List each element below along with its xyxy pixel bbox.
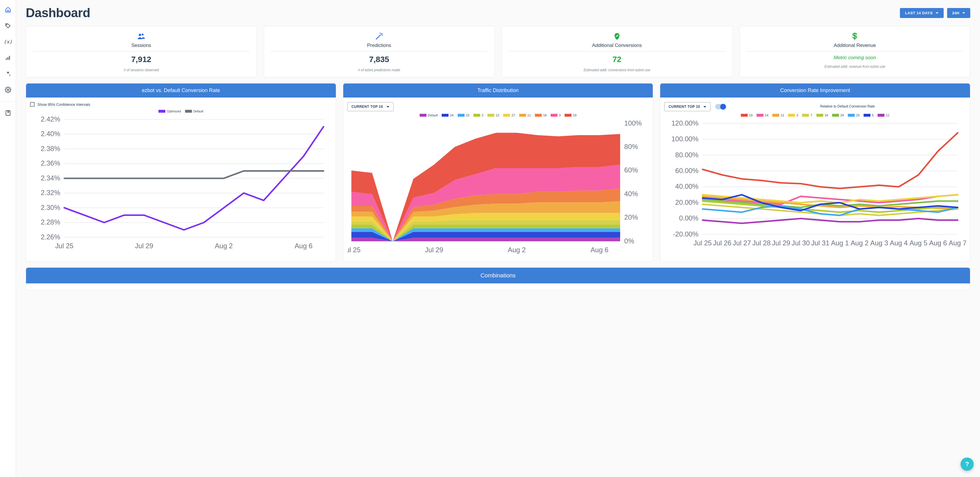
svg-text:Jul 26: Jul 26 [713,239,732,247]
variable-icon: (x) [3,39,12,45]
legend-label: 3 [796,113,798,117]
legend-item[interactable]: 24 [442,113,453,117]
stat-title: Sessions [33,43,250,51]
legend-swatch [788,114,795,117]
traffic-top-selector[interactable]: CURRENT TOP 10 [347,102,394,111]
stat-value: 7,912 [33,55,250,64]
sidebar-item-settings[interactable] [2,84,14,95]
charts-row: ezbot vs. Default Conversion Rate Show 9… [26,83,970,262]
legend-swatch [772,114,779,117]
legend-item[interactable]: 12 [772,113,784,117]
legend-label: 7 [810,113,812,117]
legend-item[interactable]: 2 [473,113,484,117]
combinations-panel: Combinations [26,267,970,291]
svg-text:Aug 1: Aug 1 [831,239,849,247]
improvement-top-selector[interactable]: CURRENT TOP 10 [664,102,711,111]
legend-item[interactable]: 27 [503,113,515,117]
svg-text:Aug 2: Aug 2 [215,242,233,250]
stat-desc: Estimated addl. revenue from ezbot use [746,65,963,68]
selector-label: CURRENT TOP 10 [352,105,383,109]
legend-item[interactable]: 3 [550,113,561,117]
legend-label: 2 [482,113,484,117]
legend-item[interactable]: 18 [535,113,547,117]
legend-swatch [816,114,823,117]
svg-text:Aug 6: Aug 6 [929,239,947,247]
legend-item[interactable]: 11 [519,113,531,117]
svg-text:Jul 25: Jul 25 [347,246,360,254]
chevron-down-icon [703,106,706,108]
svg-text:100.00%: 100.00% [671,135,699,143]
legend-item[interactable]: 7 [802,113,812,117]
svg-text:Aug 2: Aug 2 [851,239,869,247]
legend-item[interactable]: 18 [816,113,828,117]
svg-text:2.38%: 2.38% [41,145,60,153]
stat-desc: # of ezbot predictions made [271,68,488,72]
confidence-checkbox[interactable] [30,102,35,107]
sidebar-item-sparkles[interactable] [2,68,14,80]
svg-text:Aug 6: Aug 6 [294,242,313,250]
legend-item[interactable]: 19 [565,113,576,117]
interval-selector[interactable]: 24H [947,8,970,18]
legend-item[interactable]: Default [420,113,438,117]
legend-item[interactable]: 3 [788,113,798,117]
legend-swatch [159,110,165,113]
legend-item[interactable]: 29 [832,113,844,117]
svg-text:Jul 31: Jul 31 [811,239,830,247]
chart-title: Traffic Distribution [343,84,653,97]
svg-point-0 [6,24,7,25]
legend-label: 11 [886,113,889,117]
legend-swatch [519,114,526,117]
svg-text:80.00%: 80.00% [675,151,698,159]
stat-title: Additional Conversions [509,43,725,51]
combinations-title: Combinations [26,268,970,283]
chevron-down-icon [387,106,389,108]
check-head-icon [509,32,725,41]
sidebar-item-analytics[interactable] [2,52,14,64]
home-icon [5,6,11,13]
svg-text:Jul 30: Jul 30 [792,239,810,247]
svg-text:Aug 5: Aug 5 [910,239,928,247]
legend-item[interactable]: 14 [757,113,768,117]
legend-label: 29 [840,113,844,117]
date-range-selector[interactable]: LAST 14 DAYS [900,8,944,18]
svg-text:20%: 20% [624,213,638,221]
svg-text:2.30%: 2.30% [41,204,60,211]
svg-text:120.00%: 120.00% [671,119,699,127]
chart-card-traffic: Traffic Distribution CURRENT TOP 10 Defa… [343,83,653,262]
legend-swatch [535,114,542,117]
legend-label: 24 [450,113,453,117]
main-content: Dashboard LAST 14 DAYS 24H Sessions 7,91… [16,0,980,477]
sidebar-item-tag[interactable] [2,20,14,32]
legend-item[interactable]: 12 [487,113,499,117]
svg-text:Aug 2: Aug 2 [508,246,526,254]
chart-title: Conversion Rate Improvement [660,84,970,97]
chart-legend: Default2423212271118319 [347,113,649,117]
sidebar-item-variables[interactable]: (x) [2,36,14,48]
stat-title: Additional Revenue [746,43,963,51]
legend-item[interactable]: Default [185,110,204,113]
stat-value: 72 [509,55,725,64]
svg-text:0%: 0% [624,237,634,245]
legend-item[interactable]: 23 [458,113,469,117]
svg-text:Jul 29: Jul 29 [425,246,443,254]
svg-text:-20.00%: -20.00% [673,230,698,238]
legend-item[interactable]: 5 [864,113,873,117]
relative-toggle[interactable] [715,104,725,109]
stat-desc: Estimated addl. conversions from ezbot u… [509,68,725,72]
legend-swatch [473,114,480,117]
legend-item[interactable]: 11 [878,113,889,117]
legend-label: 12 [781,113,784,117]
svg-text:2.34%: 2.34% [41,174,60,182]
sidebar-item-bookmark[interactable] [2,107,14,119]
relative-toggle-label: Relative to Default Conversion Rate [729,104,966,109]
help-button[interactable]: ? [961,458,974,471]
date-range-label: LAST 14 DAYS [905,11,933,15]
sidebar-item-home[interactable] [2,4,14,16]
legend-item[interactable]: Optimized [159,110,181,113]
legend-swatch [741,114,748,117]
svg-text:Aug 4: Aug 4 [890,239,908,247]
wand-icon [271,32,488,41]
legend-item[interactable]: 25 [848,113,859,117]
svg-text:2.42%: 2.42% [41,115,60,123]
legend-item[interactable]: 19 [741,113,752,117]
